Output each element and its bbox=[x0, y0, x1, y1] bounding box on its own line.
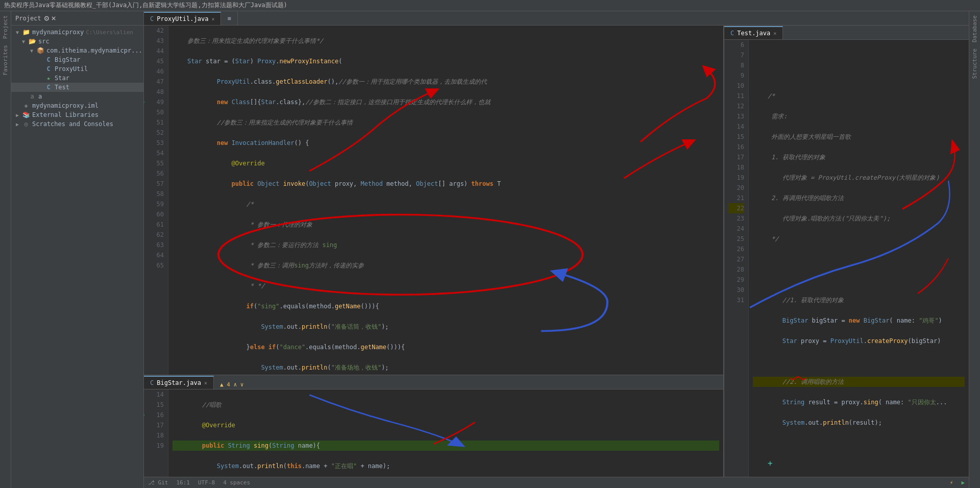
bigstar-label: BigStar bbox=[55, 56, 81, 63]
sidebar-header: Project ⚙ × bbox=[11, 11, 143, 26]
tree-item-test[interactable]: C Test bbox=[11, 83, 143, 92]
encoding: UTF-8 bbox=[198, 479, 215, 486]
tab-bigstar[interactable]: C BigStar.java × bbox=[144, 376, 214, 389]
right-code-content[interactable]: /* 需求: 外面的人想要大明星唱一首歌 1. 获取代理的对象 代理对象 = P… bbox=[749, 40, 969, 477]
status-icon-1: ⚡ bbox=[950, 479, 953, 486]
tree-item-scratches[interactable]: ▶ ◎ Scratches and Consoles bbox=[11, 119, 143, 129]
tab-proxyutil-close[interactable]: × bbox=[211, 16, 214, 22]
bottom-editor: C BigStar.java × ▲ 4 ∧ ∨ 14 15 16● 17 bbox=[144, 375, 723, 477]
status-icon-2: ▶ bbox=[961, 479, 965, 486]
top-bar-title: 热卖程序员Java零基础视频教程_干部(Java入门,自新逻辑大学练习题,力扣算… bbox=[4, 1, 287, 10]
project-path: C:\Users\alien bbox=[86, 29, 133, 36]
tree-item-project[interactable]: ▼ 📁 mydynamicproxy C:\Users\alien bbox=[11, 28, 143, 37]
test-label: Test bbox=[55, 84, 69, 91]
bottom-editor-tabs: C BigStar.java × ▲ 4 ∧ ∨ bbox=[144, 375, 723, 389]
sidebar-tree: ▼ 📁 mydynamicproxy C:\Users\alien ▼ 📂 sr… bbox=[11, 26, 143, 488]
sidebar-project-label: Project bbox=[15, 15, 41, 22]
tab-test-close[interactable]: × bbox=[773, 31, 776, 36]
tree-item-star[interactable]: ★ Star bbox=[11, 74, 143, 83]
right-editor-tabs: C Test.java × bbox=[724, 26, 969, 40]
package-label: com.itheima.mydynamicpr... bbox=[46, 47, 142, 54]
sidebar: Project ⚙ × ▼ 📁 mydynamicproxy C:\Users\… bbox=[11, 11, 144, 488]
tab-test-label: Test.java bbox=[737, 30, 770, 37]
proxyutil-label: ProxyUtil bbox=[55, 65, 88, 72]
tree-item-bigstar[interactable]: C BigStar bbox=[11, 55, 143, 64]
structure-btn[interactable]: Structure bbox=[970, 46, 979, 81]
project-btn[interactable]: Project bbox=[1, 13, 10, 41]
tree-item-proxyutil[interactable]: C ProxyUtil bbox=[11, 64, 143, 74]
right-toolbar: Database Structure bbox=[969, 11, 980, 488]
project-name: mydynamicproxy bbox=[32, 29, 84, 36]
right-line-numbers: 6 7 8 9 10 11 12 13 14 15 16 17 18 19 bbox=[724, 40, 749, 477]
a-label: a bbox=[38, 93, 42, 100]
tab-proxyutil[interactable]: C ProxyUtil.java × bbox=[144, 12, 221, 25]
status-bar: ⎇ Git 16:1 UTF-8 4 spaces ⚡ ▶ bbox=[144, 477, 969, 488]
tree-item-external-libs[interactable]: ▶ 📚 External Libraries bbox=[11, 110, 143, 119]
left-editor-tabs: C ProxyUtil.java × ≡ bbox=[144, 11, 969, 26]
tab-overflow[interactable]: ≡ bbox=[221, 12, 237, 25]
tab-proxyutil-label: ProxyUtil.java bbox=[157, 15, 208, 22]
tree-item-iml[interactable]: ◈ mydynamicproxy.iml bbox=[11, 101, 143, 110]
tree-item-src[interactable]: ▼ 📂 src bbox=[11, 37, 143, 46]
git-status: ⎇ Git bbox=[148, 479, 168, 486]
left-toolbar: Project Favorites bbox=[0, 11, 11, 488]
tab-test[interactable]: C Test.java × bbox=[724, 26, 783, 39]
bottom-line-numbers: 14 15 16● 17 18 19 bbox=[144, 389, 168, 477]
database-btn[interactable]: Database bbox=[970, 13, 979, 44]
tree-item-a[interactable]: a a bbox=[11, 92, 143, 101]
indent-info: 4 spaces bbox=[223, 479, 250, 486]
src-label: src bbox=[38, 38, 50, 45]
tab-bigstar-close[interactable]: × bbox=[204, 380, 207, 386]
right-editor-pane: C Test.java × 6 7 8 9 10 11 12 13 bbox=[724, 26, 969, 477]
tab-bigstar-label: BigStar.java bbox=[157, 379, 201, 386]
bottom-code-content[interactable]: //唱歌 @Override public String sing(String… bbox=[168, 389, 723, 477]
sidebar-close[interactable]: × bbox=[51, 13, 56, 23]
star-label: Star bbox=[55, 75, 69, 82]
iml-label: mydynamicproxy.iml bbox=[32, 102, 99, 109]
editor-area: C ProxyUtil.java × ≡ 42 43 44 45 46 bbox=[144, 11, 969, 488]
top-bar: 热卖程序员Java零基础视频教程_干部(Java入门,自新逻辑大学练习题,力扣算… bbox=[0, 0, 980, 11]
left-line-numbers: 42 43 44 45 46 47 48 49● 50 51 52 53 54 … bbox=[144, 26, 168, 375]
editors-split: 42 43 44 45 46 47 48 49● 50 51 52 53 54 … bbox=[144, 26, 969, 477]
line-col: 16:1 bbox=[177, 479, 190, 486]
tree-item-package[interactable]: ▼ 📦 com.itheima.mydynamicpr... bbox=[11, 46, 143, 55]
scratches-label: Scratches and Consoles bbox=[32, 120, 113, 128]
ext-libs-label: External Libraries bbox=[32, 111, 99, 118]
sidebar-gear[interactable]: ⚙ bbox=[44, 13, 50, 23]
favorites-btn[interactable]: Favorites bbox=[1, 43, 10, 78]
left-code-content[interactable]: 参数三：用来指定生成的代理对象要干什么事情*/ Star star = (Sta… bbox=[168, 26, 723, 375]
bottom-warning-count: ▲ 4 ∧ ∨ bbox=[218, 380, 246, 389]
